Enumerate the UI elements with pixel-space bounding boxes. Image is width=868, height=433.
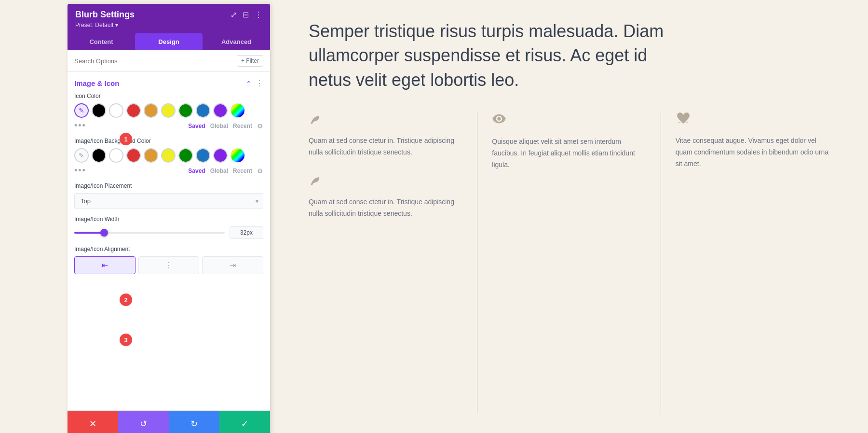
bg-saved-btn[interactable]: Saved <box>188 168 205 174</box>
main-content: Semper tristique risus turpis malesuada.… <box>270 0 868 433</box>
preset-chevron: ▾ <box>115 22 118 28</box>
placement-label: Image/Icon Placement <box>74 182 263 189</box>
blurb-column-3: Vitae consequat augue. Vivamus eget dolo… <box>661 112 829 414</box>
bg-color-green[interactable] <box>178 148 193 163</box>
more-icon[interactable]: ⋮ <box>255 10 262 19</box>
color-yellow[interactable] <box>161 103 176 118</box>
settings-panel: 1 2 3 Blurb Settings ⤢ ⊟ ⋮ Preset: Defau… <box>68 4 270 433</box>
blurb-text-3-1: Vitae consequat augue. Vivamus eget dolo… <box>676 135 829 169</box>
filter-button[interactable]: + Filter <box>237 55 263 67</box>
icon-color-footer: ••• Saved Global Recent ⚙ <box>74 121 263 131</box>
placement-select-wrapper: Top Left Right Bottom ▾ <box>74 193 263 209</box>
redo-icon: ↻ <box>190 419 198 429</box>
width-label: Image/Icon Width <box>74 216 263 223</box>
save-button[interactable]: ✓ <box>219 411 270 433</box>
blurb-column-2: Quisque aliquet velit sit amet sem inter… <box>477 112 661 414</box>
panel-content: Image & Icon ⌃ ⋮ Icon Color ✎ <box>68 72 270 410</box>
color-custom[interactable] <box>231 103 245 118</box>
color-orange[interactable] <box>144 103 158 118</box>
section-more-icon[interactable]: ⋮ <box>256 79 263 88</box>
blurb-item-1-1: Quam at sed conse ctetur in. Tristique a… <box>309 112 462 158</box>
search-input[interactable] <box>74 57 233 65</box>
width-field: Image/Icon Width <box>74 216 263 239</box>
recent-btn[interactable]: Recent <box>233 123 252 129</box>
redo-button[interactable]: ↻ <box>169 411 219 433</box>
alignment-field: Image/Icon Alignment ⇤ ⋮ ⇥ <box>74 246 263 274</box>
preset-label: Preset: Default <box>75 22 113 28</box>
align-right-icon: ⇥ <box>230 261 236 270</box>
tab-advanced[interactable]: Advanced <box>203 33 270 50</box>
step-indicator-3: 3 <box>120 334 132 346</box>
panel-tabs: Content Design Advanced <box>68 33 270 50</box>
columns-icon[interactable]: ⊟ <box>243 10 249 19</box>
bg-color-label: Image/Icon Background Color <box>74 138 263 144</box>
align-center-icon: ⋮ <box>165 261 173 270</box>
blurb-item-3-1: Vitae consequat augue. Vivamus eget dolo… <box>676 112 829 169</box>
saved-btn[interactable]: Saved <box>188 123 205 129</box>
bg-color-red[interactable] <box>126 148 141 163</box>
color-settings-icon[interactable]: ⚙ <box>257 122 263 130</box>
align-center-btn[interactable]: ⋮ <box>138 256 200 274</box>
preset-selector[interactable]: Preset: Default ▾ <box>75 22 262 28</box>
more-colors-icon[interactable]: ••• <box>74 121 86 131</box>
panel-title: Blurb Settings <box>75 10 135 20</box>
bg-global-btn[interactable]: Global <box>210 168 228 174</box>
placement-field: Image/Icon Placement Top Left Right Bott… <box>74 182 263 209</box>
placement-select[interactable]: Top Left Right Bottom <box>74 193 263 209</box>
step-indicator-2: 2 <box>120 293 132 306</box>
color-white[interactable] <box>109 103 123 118</box>
color-blue[interactable] <box>196 103 210 118</box>
blurb-grid: Quam at sed conse ctetur in. Tristique a… <box>309 112 829 414</box>
alignment-buttons: ⇤ ⋮ ⇥ <box>74 256 263 274</box>
section-title: Image & Icon <box>74 79 119 87</box>
color-black[interactable] <box>92 103 106 118</box>
blurb-text-1-1: Quam at sed conse ctetur in. Tristique a… <box>309 135 462 158</box>
tab-content[interactable]: Content <box>68 33 135 50</box>
bg-color-blue[interactable] <box>196 148 210 163</box>
bg-eyedropper-btn[interactable]: ✎ <box>74 148 89 163</box>
blurb-text-2-1: Quisque aliquet velit sit amet sem inter… <box>492 136 646 170</box>
icon-color-field: Icon Color ✎ ••• Saved Global Recent <box>74 93 263 131</box>
bg-color-row: ✎ <box>74 148 263 163</box>
blurb-icon-2 <box>309 173 462 190</box>
bg-color-black[interactable] <box>92 148 106 163</box>
bg-color-settings-icon[interactable]: ⚙ <box>257 167 263 175</box>
bg-color-yellow[interactable] <box>161 148 176 163</box>
width-slider-track[interactable] <box>74 232 225 234</box>
blurb-icon-3 <box>492 112 646 129</box>
bg-recent-btn[interactable]: Recent <box>233 168 252 174</box>
width-value-input[interactable] <box>230 226 263 239</box>
bg-color-custom[interactable] <box>231 148 245 163</box>
color-purple[interactable] <box>213 103 228 118</box>
color-green[interactable] <box>178 103 193 118</box>
bg-more-colors-icon[interactable]: ••• <box>74 166 86 176</box>
step-indicator-1: 1 <box>120 133 132 145</box>
align-right-btn[interactable]: ⇥ <box>202 256 263 274</box>
eyedropper-btn[interactable]: ✎ <box>74 103 89 118</box>
panel-header: Blurb Settings ⤢ ⊟ ⋮ Preset: Default ▾ <box>68 4 270 33</box>
cancel-button[interactable]: ✕ <box>68 411 118 433</box>
expand-icon[interactable]: ⤢ <box>231 10 237 19</box>
blurb-item-2-1: Quisque aliquet velit sit amet sem inter… <box>492 112 646 170</box>
width-slider-thumb[interactable] <box>100 229 108 237</box>
save-icon: ✓ <box>241 419 248 429</box>
main-heading: Semper tristique risus turpis malesuada.… <box>309 19 670 92</box>
reset-button[interactable]: ↺ <box>118 411 169 433</box>
bg-color-purple[interactable] <box>213 148 228 163</box>
section-chevron-icon[interactable]: ⌃ <box>246 80 252 87</box>
section-image-icon-header: Image & Icon ⌃ ⋮ <box>74 72 263 93</box>
bg-color-white[interactable] <box>109 148 123 163</box>
align-left-btn[interactable]: ⇤ <box>74 256 136 274</box>
panel-footer: ✕ ↺ ↻ ✓ <box>68 410 270 433</box>
blurb-item-1-2: Quam at sed conse ctetur in. Tristique a… <box>309 173 462 220</box>
width-slider-fill <box>74 232 104 234</box>
global-btn[interactable]: Global <box>210 123 228 129</box>
width-slider-row <box>74 226 263 239</box>
icon-color-label: Icon Color <box>74 93 263 99</box>
tab-design[interactable]: Design <box>135 33 203 50</box>
bg-color-orange[interactable] <box>144 148 158 163</box>
blurb-text-1-2: Quam at sed conse ctetur in. Tristique a… <box>309 196 462 220</box>
color-red[interactable] <box>126 103 141 118</box>
search-bar: + Filter <box>68 50 270 72</box>
blurb-column-1: Quam at sed conse ctetur in. Tristique a… <box>309 112 477 414</box>
